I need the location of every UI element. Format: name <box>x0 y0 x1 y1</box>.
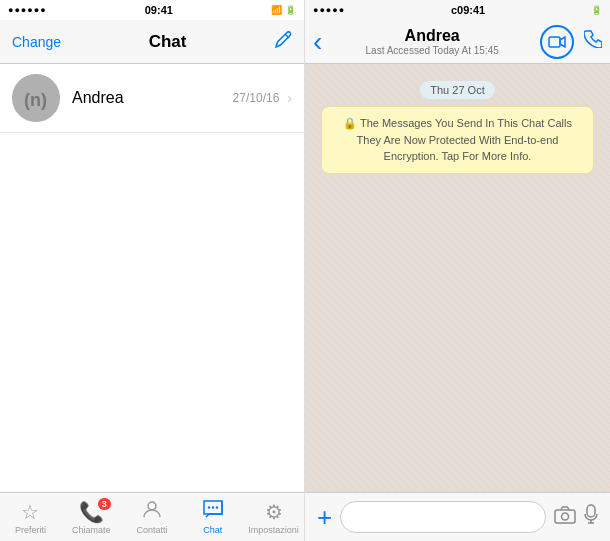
star-icon: ☆ <box>21 500 39 524</box>
back-button[interactable]: ‹ <box>313 28 322 56</box>
svg-rect-10 <box>587 505 595 517</box>
tab-chat[interactable]: Chat <box>185 499 240 535</box>
tab-chiamate-label: Chiamate <box>72 525 111 535</box>
compose-icon <box>274 31 292 49</box>
contact-info[interactable]: Andrea Last Accessed Today At 15:45 <box>328 27 536 56</box>
plus-button[interactable]: + <box>317 502 332 533</box>
system-message[interactable]: The Messages You Send In This Chat Calls… <box>321 106 594 174</box>
mic-button[interactable] <box>584 504 598 530</box>
right-nav-bar: ‹ Andrea Last Accessed Today At 15:45 <box>305 20 610 64</box>
right-time: c09:41 <box>451 4 485 16</box>
change-button[interactable]: Change <box>12 34 61 50</box>
video-call-button[interactable] <box>540 25 574 59</box>
tab-chat-label: Chat <box>203 525 222 535</box>
right-battery: 🔋 <box>591 5 602 15</box>
audio-call-button[interactable] <box>584 30 602 53</box>
contact-status: Last Accessed Today At 15:45 <box>366 45 499 56</box>
chevron-right-icon: › <box>287 90 292 106</box>
svg-rect-8 <box>555 510 575 523</box>
left-tab-bar: ☆ Preferiti 3 📞 Chiamate Contatti <box>0 492 304 541</box>
date-divider-text: Thu 27 Oct <box>420 81 494 99</box>
message-input[interactable] <box>340 501 546 533</box>
contact-name: Andrea <box>405 27 460 45</box>
wifi-icon: 📶 <box>271 5 282 15</box>
settings-icon: ⚙ <box>265 500 283 524</box>
right-status-bar: ●●●●● c09:41 🔋 <box>305 0 610 20</box>
video-icon <box>548 35 566 49</box>
tab-preferiti[interactable]: ☆ Preferiti <box>3 500 58 535</box>
chat-list: (n) Andrea 27/10/16 › <box>0 64 304 492</box>
chat-messages: Thu 27 Oct The Messages You Send In This… <box>313 80 602 174</box>
left-status-bar: ●●●●●● 09:41 📶 🔋 <box>0 0 304 20</box>
svg-point-6 <box>216 506 218 508</box>
svg-line-0 <box>285 34 289 38</box>
right-panel: ●●●●● c09:41 🔋 ‹ Andrea Last Accessed To… <box>305 0 610 541</box>
camera-icon <box>554 506 576 524</box>
chat-tab-icon <box>202 499 224 524</box>
left-battery-area: 📶 🔋 <box>271 5 296 15</box>
chat-item-info: Andrea 27/10/16 <box>72 89 279 107</box>
svg-text:(n): (n) <box>24 90 47 110</box>
tab-preferiti-label: Preferiti <box>15 525 46 535</box>
mic-icon <box>584 504 598 524</box>
chat-title: Chat <box>149 32 187 52</box>
svg-point-5 <box>208 506 210 508</box>
right-toolbar: + <box>305 492 610 541</box>
tab-chiamate[interactable]: 3 📞 Chiamate <box>64 500 119 535</box>
chat-list-item[interactable]: (n) Andrea 27/10/16 › <box>0 64 304 133</box>
chat-area: Thu 27 Oct The Messages You Send In This… <box>305 64 610 492</box>
chat-item-date: 27/10/16 <box>233 91 280 105</box>
svg-point-4 <box>212 506 214 508</box>
left-nav-bar: Change Chat <box>0 20 304 64</box>
svg-point-3 <box>148 502 156 510</box>
battery-icon: 🔋 <box>285 5 296 15</box>
date-divider: Thu 27 Oct <box>313 80 602 98</box>
phone-icon <box>584 30 602 48</box>
chat-item-name: Andrea <box>72 89 124 107</box>
tab-contatti[interactable]: Contatti <box>124 499 179 535</box>
tab-contatti-label: Contatti <box>136 525 167 535</box>
svg-point-9 <box>562 513 569 520</box>
compose-button[interactable] <box>274 31 292 53</box>
right-signal: ●●●●● <box>313 5 345 15</box>
avatar: (n) <box>12 74 60 122</box>
left-time: 09:41 <box>145 4 173 16</box>
left-signal: ●●●●●● <box>8 5 47 15</box>
svg-rect-7 <box>549 37 560 47</box>
tab-impostazioni[interactable]: ⚙ Impostazioni <box>246 500 301 535</box>
tab-impostazioni-label: Impostazioni <box>248 525 299 535</box>
camera-button[interactable] <box>554 504 576 530</box>
chiamate-badge: 3 <box>98 498 111 510</box>
contacts-icon <box>142 499 162 524</box>
left-panel: ●●●●●● 09:41 📶 🔋 Change Chat (n) <box>0 0 305 541</box>
avatar-image: (n) <box>12 74 60 122</box>
